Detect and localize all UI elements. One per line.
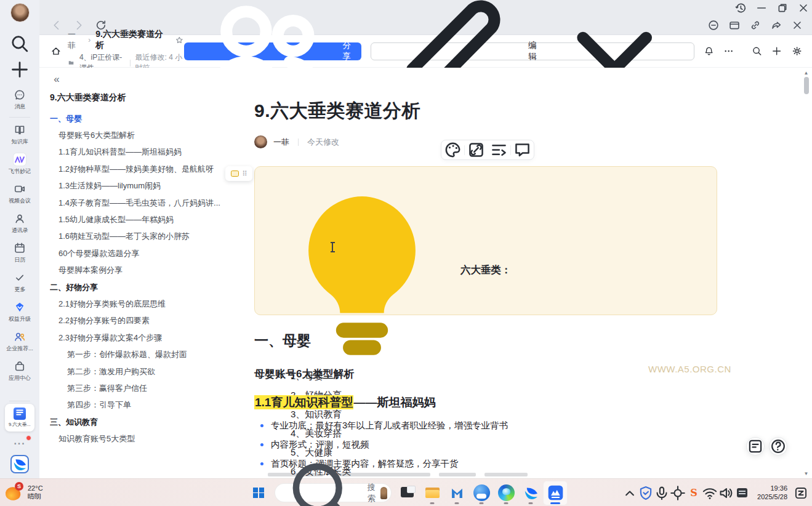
outline-item[interactable]: 1.1育儿知识科普型——斯坦福妈妈 <box>50 144 235 161</box>
outline-item[interactable]: 第三步：赢得客户信任 <box>50 380 235 396</box>
weather-app-icon[interactable] <box>469 481 494 505</box>
search-icon[interactable] <box>9 33 30 54</box>
feishu-browser-icon[interactable] <box>518 481 543 505</box>
outline-item[interactable]: 母婴脚本案例分享 <box>50 262 235 279</box>
user-avatar[interactable] <box>10 3 30 22</box>
outline-item[interactable]: 60个母婴爆款选题分享 <box>50 245 235 262</box>
home-icon[interactable] <box>50 44 62 58</box>
outline-item[interactable]: 知识教育账号5大类型 <box>50 430 235 447</box>
tray-ime-icon[interactable] <box>734 484 750 502</box>
comment-icon[interactable] <box>511 140 534 159</box>
back-icon[interactable] <box>50 19 63 31</box>
breadcrumb-parent[interactable]: 一菲 <box>68 29 83 51</box>
search-highlight-image[interactable] <box>380 487 387 499</box>
author-name[interactable]: 一菲 <box>273 137 289 148</box>
outline-item[interactable]: 1.4亲子教育型——毛毛虫英语，八斤妈妈讲... <box>50 195 235 211</box>
outline-item[interactable]: 第二步：激发用户购买欲 <box>50 363 235 380</box>
sidebar-item-more[interactable]: 更多 <box>2 268 38 297</box>
outline-item[interactable]: 母婴账号6大类型解析 <box>50 127 235 143</box>
sidebar-item-contacts[interactable]: 通讯录 <box>2 209 38 238</box>
taskbar-clock[interactable]: 19:36 2025/5/28 <box>752 484 791 501</box>
sidebar-item-enterprise[interactable]: 企业推荐... <box>2 327 38 356</box>
file-explorer-icon[interactable] <box>420 481 444 505</box>
feedback-icon[interactable] <box>707 19 720 31</box>
outline-item[interactable]: 2.2好物分享账号的四要素 <box>50 313 235 329</box>
history-icon[interactable] <box>734 2 747 14</box>
pinned-doc-item[interactable]: 9.六大垂... <box>5 404 34 432</box>
star-icon[interactable] <box>175 36 184 45</box>
tray-security-shield-icon[interactable] <box>638 484 654 502</box>
tray-sogou-icon[interactable]: S <box>686 484 702 502</box>
theme-palette-icon[interactable] <box>441 140 464 159</box>
outline-item[interactable]: 三、知识教育 <box>50 414 235 430</box>
scroll-up-arrow[interactable]: ▲ <box>802 69 811 76</box>
tray-microphone-icon[interactable] <box>654 484 670 502</box>
tray-chevron-up-icon[interactable] <box>622 484 638 502</box>
drag-handle-icon[interactable]: ⠿ <box>242 170 246 178</box>
outline-item[interactable]: 2.3好物分享爆款文案4个步骤 <box>50 329 235 346</box>
mail-icon[interactable] <box>444 481 469 505</box>
copy-link-icon[interactable] <box>749 19 762 31</box>
outline-item[interactable]: 1.2好物种草型——辣妈美美好物、是航航呀 <box>50 161 235 177</box>
window-card-icon[interactable] <box>728 19 741 31</box>
scrollbar[interactable]: ▲ ▼ <box>802 69 811 477</box>
minimize-button[interactable] <box>755 2 768 14</box>
weather-widget[interactable]: S 22°C 晴朗 <box>0 483 74 502</box>
highlighted-heading[interactable]: 1.1育儿知识科普型——斯坦福妈妈 <box>254 395 435 411</box>
sidebar-item-minutes[interactable]: 飞书妙记 <box>2 150 38 179</box>
feishu-logo[interactable] <box>10 455 29 473</box>
block-handle[interactable]: ⠿ <box>225 166 252 181</box>
doc-canvas[interactable]: 9.六大垂类赛道分析 一菲 今天修改 六大垂类： 1、母婴2、好物分享3、知识教… <box>240 68 802 478</box>
callout-block[interactable]: 六大垂类： 1、母婴2、好物分享3、知识教育4、美妆穿搭5、大健康6、女性成长类 <box>254 166 717 315</box>
notifications-bell-icon[interactable] <box>704 44 714 58</box>
tray-wifi-icon[interactable] <box>702 484 718 502</box>
create-icon[interactable] <box>9 59 30 80</box>
taskbar-search[interactable]: 搜索 <box>275 483 392 502</box>
help-button[interactable] <box>769 437 787 456</box>
outline-item[interactable]: 1.6萌娃互动型——老丁头家的小胖苏 <box>50 228 235 245</box>
scrollbar-thumb[interactable] <box>804 77 809 94</box>
edge-icon[interactable] <box>494 481 518 505</box>
quick-note-icon[interactable] <box>794 484 808 502</box>
close-tab-icon[interactable] <box>791 19 803 31</box>
breadcrumb-doc-title[interactable]: 9.六大垂类赛道分析 <box>95 29 170 51</box>
restore-button[interactable] <box>776 2 789 14</box>
new-doc-icon[interactable] <box>771 44 782 58</box>
feishu-docs-icon[interactable] <box>543 481 568 505</box>
outline-list-icon[interactable] <box>488 140 510 159</box>
scroll-down-arrow[interactable]: ▼ <box>802 470 811 477</box>
doc-link-icon[interactable] <box>465 140 488 159</box>
outline-item[interactable]: 二、好物分享 <box>50 279 235 295</box>
sidebar-item-calendar[interactable]: 日历 <box>2 238 38 268</box>
share-button[interactable]: 分享 <box>184 42 361 60</box>
settings-gear-icon[interactable] <box>792 44 802 58</box>
comment-panel-button[interactable] <box>746 437 765 456</box>
start-button[interactable] <box>246 481 271 505</box>
sidebar-more-apps[interactable]: ··· <box>9 438 30 450</box>
outline-item[interactable]: 1.5幼儿健康成长型——年糕妈妈 <box>50 211 235 228</box>
outline-item[interactable]: 1.3生活辣妈——lilymum闹妈 <box>50 178 235 195</box>
sidebar-item-messages[interactable]: 消息 <box>2 85 38 114</box>
outline-item[interactable]: 第四步：引导下单 <box>50 397 235 414</box>
outline-item[interactable]: 第一步：创作爆款标题、爆款封面 <box>50 346 235 363</box>
bullet-item[interactable]: 专业功底：最好有3年以上育儿或者职业经验，增强专业背书 <box>254 416 722 435</box>
search-doc-icon[interactable] <box>752 44 762 58</box>
sidebar-item-app-center[interactable]: 应用中心 <box>2 356 38 386</box>
task-view-icon[interactable] <box>395 481 420 505</box>
tray-crosshair-icon[interactable] <box>670 484 686 502</box>
section-heading[interactable]: 一、母婴 <box>254 331 311 350</box>
more-menu-icon[interactable] <box>723 44 734 58</box>
sub-heading[interactable]: 母婴账号6大类型解析 <box>254 367 354 381</box>
share-forward-icon[interactable] <box>770 19 782 31</box>
close-button[interactable] <box>797 2 810 14</box>
outline-title[interactable]: 9.六大垂类赛道分析 <box>50 92 235 103</box>
tray-volume-icon[interactable] <box>718 484 734 502</box>
outline-item[interactable]: 一、母婴 <box>50 110 235 127</box>
sidebar-item-video-meeting[interactable]: 视频会议 <box>2 179 38 209</box>
author-avatar[interactable] <box>254 135 267 148</box>
outline-item[interactable]: 2.1好物分享类账号的底层思维 <box>50 295 235 312</box>
bullet-item[interactable]: 内容形式：评测，短视频 <box>254 435 722 454</box>
edit-button[interactable]: 编辑 <box>371 42 694 60</box>
sidebar-item-knowledge-base[interactable]: 知识库 <box>2 120 38 150</box>
collapse-panel-icon[interactable]: « <box>50 73 63 86</box>
